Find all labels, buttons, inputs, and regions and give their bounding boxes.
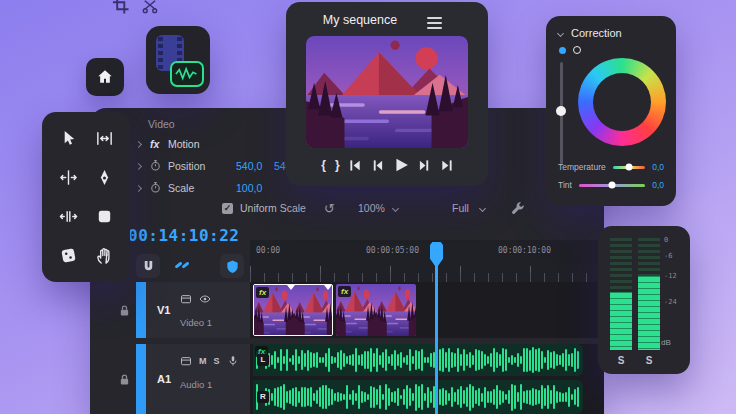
timeline-ruler[interactable]: 00:00 00:00:05:00 00:00:10:00 [250,240,604,282]
mute-button[interactable]: M [199,356,207,366]
slider-knob[interactable] [625,164,632,171]
sequence-title: My sequence [286,13,434,27]
slider-knob[interactable] [609,182,616,189]
mark-in-button[interactable]: { [321,158,326,172]
chevron-down-icon[interactable] [479,205,486,212]
cut-icon[interactable] [141,0,158,18]
marker-button[interactable] [220,254,244,278]
preview-viewport[interactable] [306,36,468,148]
mark-out-button[interactable]: } [335,158,340,172]
track-lock-toggle[interactable] [112,344,136,414]
solo-right-button[interactable]: S [641,355,657,366]
ruler-label: 00:00 [256,246,280,255]
fit-select[interactable]: Full [452,202,469,214]
video-clip[interactable]: fx [336,284,416,336]
meter-right [638,238,660,350]
go-to-out-button[interactable] [440,159,453,172]
audio-track-row: A1 M S Audio 1 fx L R [112,344,604,414]
ripple-edit-tool[interactable] [51,159,85,196]
chevron-down-icon[interactable] [392,205,399,212]
wrench-icon[interactable] [510,201,525,216]
temperature-row: Temperature 0,0 [558,162,664,172]
track-target-strip[interactable] [136,282,146,338]
chevron-right-icon[interactable] [135,185,142,192]
track-id: V1 [157,304,170,316]
tint-slider[interactable] [579,184,645,187]
meter-scale-label: -12 [664,272,677,280]
menu-icon[interactable] [427,17,442,29]
chevron-right-icon[interactable] [135,163,142,170]
color-wheel[interactable] [578,58,666,146]
video-track-lane[interactable]: fx fx [250,282,604,338]
audio-clip-right-channel[interactable]: R [253,380,583,414]
meter-right-fill [638,276,660,350]
tint-value[interactable]: 0,0 [652,180,664,190]
video-track-row: V1 Video 1 fx fx [112,282,604,338]
temperature-slider[interactable] [613,166,645,169]
hand-tool[interactable] [87,237,121,274]
effects-section-label: Video [148,118,175,130]
timecode-display[interactable]: 00:14:10:22 [128,226,239,245]
clip-marker-icon [287,285,295,290]
position-x-value[interactable]: 540,0 [236,160,262,172]
video-track-header[interactable]: V1 Video 1 [146,282,250,338]
crop-icon[interactable] [112,0,129,18]
eye-icon[interactable] [199,293,211,305]
stopwatch-icon[interactable] [149,181,162,194]
video-clip[interactable]: fx [253,284,333,336]
temperature-value[interactable]: 0,0 [652,162,664,172]
channel-right-chip: R [257,391,269,403]
snap-toggle[interactable] [136,254,160,278]
rectangle-tool[interactable] [87,198,121,235]
audio-track-header[interactable]: A1 M S Audio 1 [146,344,250,414]
white-dot-indicator[interactable] [573,46,581,54]
solo-button[interactable]: S [214,356,220,366]
linked-selection-icon[interactable] [174,257,192,275]
scale-value[interactable]: 100,0 [236,182,262,194]
slip-tool[interactable] [51,198,85,235]
channel-left-chip: L [257,354,269,366]
mic-icon[interactable] [227,355,239,367]
track-target-strip[interactable] [136,344,146,414]
audio-clip-left-channel[interactable]: fx L [253,344,583,376]
audio-track-lane[interactable]: fx L R [250,344,604,414]
tools-palette [42,112,130,282]
intensity-slider-knob[interactable] [556,106,566,116]
stopwatch-icon[interactable] [149,159,162,172]
pen-tool[interactable] [87,159,121,196]
zoom-select[interactable]: 100% [358,202,385,214]
correction-header[interactable]: Correction [558,27,622,39]
scale-label[interactable]: Scale [168,182,194,194]
waveform [256,346,580,374]
source-patch-icon[interactable] [180,355,192,367]
waveform [256,382,580,412]
track-lock-toggle[interactable] [112,282,136,338]
step-forward-button[interactable] [418,159,431,172]
go-to-in-button[interactable] [349,159,362,172]
home-button[interactable] [86,58,124,96]
uniform-scale-checkbox[interactable]: ✓ [222,203,233,214]
blue-dot-indicator[interactable] [559,47,566,54]
selection-tool[interactable] [51,120,85,157]
effects-toolbar: ✓ Uniform Scale ↺ 100% Full [90,202,604,218]
play-button[interactable] [393,157,409,173]
position-label[interactable]: Position [168,160,205,172]
chevron-right-icon[interactable] [135,141,142,148]
media-bin-button[interactable] [146,26,210,94]
marker-shield-icon [225,259,240,274]
source-patch-icon[interactable] [180,293,192,305]
track-select-tool[interactable] [87,120,121,157]
slide-tool[interactable] [51,237,85,274]
top-toolbar [112,0,158,18]
motion-label[interactable]: Motion [168,138,200,150]
meter-left [610,238,632,350]
step-back-button[interactable] [371,159,384,172]
tint-row: Tint 0,0 [558,180,664,190]
audio-meters-panel: 0 -6 -12 -24 dB S S [598,226,690,374]
track-name: Audio 1 [180,379,212,390]
reset-icon[interactable]: ↺ [324,202,335,215]
track-id: A1 [157,373,171,385]
solo-left-button[interactable]: S [613,355,629,366]
playhead-line[interactable] [435,264,438,414]
correction-title: Correction [571,27,622,39]
